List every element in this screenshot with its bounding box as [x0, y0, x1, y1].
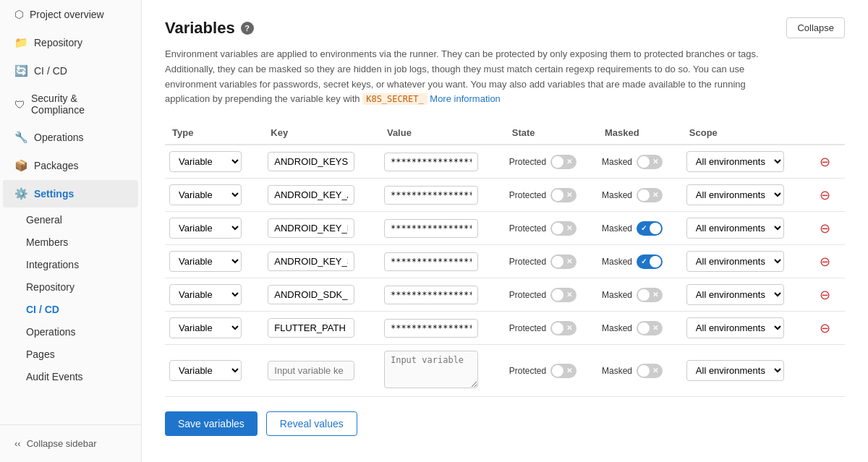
type-select-5[interactable]: VariableFile — [169, 317, 242, 338]
project-overview-icon: ⬡ — [14, 8, 24, 21]
col-header-key: Key — [263, 121, 380, 145]
masked-toggle-5[interactable]: ✕ — [637, 321, 663, 335]
masked-toggle-0[interactable]: ✕ — [637, 155, 663, 169]
state-toggle-1[interactable]: ✕ — [550, 188, 576, 202]
delete-row-button-2[interactable]: ⊖ — [816, 219, 835, 238]
more-information-link[interactable]: More information — [430, 93, 501, 104]
scope-cell-2: All environments — [682, 212, 812, 245]
scope-select-1[interactable]: All environments — [686, 184, 784, 205]
state-cell-6: Protected ✕ — [505, 345, 597, 397]
key-input-1[interactable] — [268, 185, 354, 205]
state-toggle-2[interactable]: ✕ — [550, 221, 576, 236]
key-input-3[interactable] — [268, 252, 354, 271]
state-toggle-3[interactable]: ✕ — [550, 254, 576, 269]
masked-toggle-6[interactable]: ✕ — [637, 364, 663, 378]
sidebar-item-security-compliance[interactable]: 🛡 Security & Compliance — [3, 85, 138, 123]
table-row: VariableFile Protected ✕ Masked ✕ All en… — [165, 345, 845, 397]
scope-select-2[interactable]: All environments — [686, 218, 784, 239]
value-input-2[interactable] — [384, 219, 478, 238]
state-badge-6: Protected — [509, 366, 546, 376]
delete-row-button-5[interactable]: ⊖ — [816, 319, 835, 338]
value-input-4[interactable] — [384, 286, 478, 304]
value-input-1[interactable] — [384, 186, 478, 205]
scope-select-3[interactable]: All environments — [686, 251, 784, 272]
state-toggle-5[interactable]: ✕ — [550, 321, 576, 335]
sidebar-sub-audit-events[interactable]: Audit Events — [3, 366, 138, 388]
type-select-6[interactable]: VariableFile — [169, 360, 242, 381]
delete-cell-6 — [812, 345, 845, 397]
masked-toggle-1[interactable]: ✕ — [637, 188, 663, 202]
table-row: VariableFile Protected ✕ Masked ✓ All en… — [165, 245, 845, 278]
masked-cell-4: Masked ✕ — [597, 278, 682, 312]
key-input-6[interactable] — [268, 361, 354, 380]
sidebar-label-repository: Repository — [34, 37, 82, 48]
sidebar-sub-ci-cd-sub[interactable]: CI / CD — [3, 299, 138, 320]
masked-toggle-2[interactable]: ✓ — [637, 221, 663, 236]
repository-icon: 📁 — [14, 36, 28, 49]
key-input-5[interactable] — [268, 318, 354, 338]
col-header-value: Value — [380, 121, 505, 145]
state-toggle-4[interactable]: ✕ — [550, 288, 576, 302]
delete-row-button-3[interactable]: ⊖ — [816, 252, 835, 271]
masked-cell-1: Masked ✕ — [597, 179, 682, 212]
sidebar-sub-repository-sub[interactable]: Repository — [3, 276, 138, 298]
key-cell-3 — [263, 245, 380, 278]
sidebar-sub-operations-sub[interactable]: Operations — [3, 321, 138, 343]
reveal-values-button[interactable]: Reveal values — [266, 411, 357, 436]
scope-select-0[interactable]: All environments — [686, 151, 784, 172]
value-input-5[interactable] — [384, 319, 478, 338]
type-select-2[interactable]: VariableFile — [169, 218, 242, 239]
save-variables-button[interactable]: Save variables — [165, 411, 258, 436]
help-icon[interactable]: ? — [241, 22, 254, 35]
key-cell-1 — [263, 179, 380, 212]
sidebar-label-packages: Packages — [34, 160, 78, 171]
masked-toggle-3[interactable]: ✓ — [637, 254, 663, 269]
delete-row-button-1[interactable]: ⊖ — [816, 186, 835, 205]
masked-toggle-4[interactable]: ✕ — [637, 288, 663, 302]
key-cell-6 — [263, 345, 380, 397]
key-input-4[interactable] — [268, 285, 354, 304]
sidebar-sub-integrations[interactable]: Integrations — [3, 254, 138, 275]
masked-badge-5: Masked — [602, 323, 632, 333]
state-cell-2: Protected ✕ — [505, 212, 597, 245]
sidebar-sub-pages[interactable]: Pages — [3, 343, 138, 365]
sidebar-item-settings[interactable]: ⚙️ Settings — [3, 180, 138, 208]
sidebar-item-project-overview[interactable]: ⬡ Project overview — [3, 1, 138, 28]
delete-row-button-0[interactable]: ⊖ — [816, 153, 835, 171]
value-textarea-6[interactable] — [384, 351, 478, 388]
sidebar-sub-members[interactable]: Members — [3, 231, 138, 253]
scope-select-6[interactable]: All environments — [686, 360, 784, 381]
scope-select-5[interactable]: All environments — [686, 317, 784, 338]
type-select-3[interactable]: VariableFile — [169, 251, 242, 272]
type-cell-6: VariableFile — [165, 345, 263, 397]
key-input-0[interactable] — [268, 152, 354, 171]
sidebar-item-repository[interactable]: 📁 Repository — [3, 29, 138, 56]
type-select-1[interactable]: VariableFile — [169, 184, 242, 205]
table-row: VariableFile Protected ✕ Masked ✓ All en… — [165, 212, 845, 245]
value-input-0[interactable] — [384, 153, 478, 171]
type-select-0[interactable]: VariableFile — [169, 151, 242, 172]
table-row: VariableFile Protected ✕ Masked ✕ All en… — [165, 179, 845, 212]
state-toggle-0[interactable]: ✕ — [550, 155, 576, 169]
col-header-masked: Masked — [597, 121, 682, 145]
col-header-type: Type — [165, 121, 263, 145]
value-input-3[interactable] — [384, 252, 478, 271]
sidebar-item-packages[interactable]: 📦 Packages — [3, 152, 138, 179]
collapse-sidebar-button[interactable]: ‹‹ Collapse sidebar — [6, 432, 135, 455]
key-input-2[interactable] — [268, 218, 354, 238]
scope-cell-0: All environments — [682, 145, 812, 179]
scope-cell-5: All environments — [682, 312, 812, 345]
delete-row-button-4[interactable]: ⊖ — [816, 286, 835, 304]
sidebar-sub-general[interactable]: General — [3, 209, 138, 231]
code-tag: K8S_SECRET_ — [362, 93, 427, 105]
sidebar-item-ci-cd[interactable]: 🔄 CI / CD — [3, 57, 138, 85]
scope-cell-1: All environments — [682, 179, 812, 212]
state-badge-2: Protected — [509, 223, 546, 234]
scope-select-4[interactable]: All environments — [686, 284, 784, 305]
masked-badge-1: Masked — [602, 190, 632, 200]
state-toggle-6[interactable]: ✕ — [550, 364, 576, 378]
state-badge-3: Protected — [509, 257, 546, 267]
collapse-button[interactable]: Collapse — [786, 17, 845, 38]
type-select-4[interactable]: VariableFile — [169, 284, 242, 305]
sidebar-item-operations[interactable]: 🔧 Operations — [3, 124, 138, 151]
